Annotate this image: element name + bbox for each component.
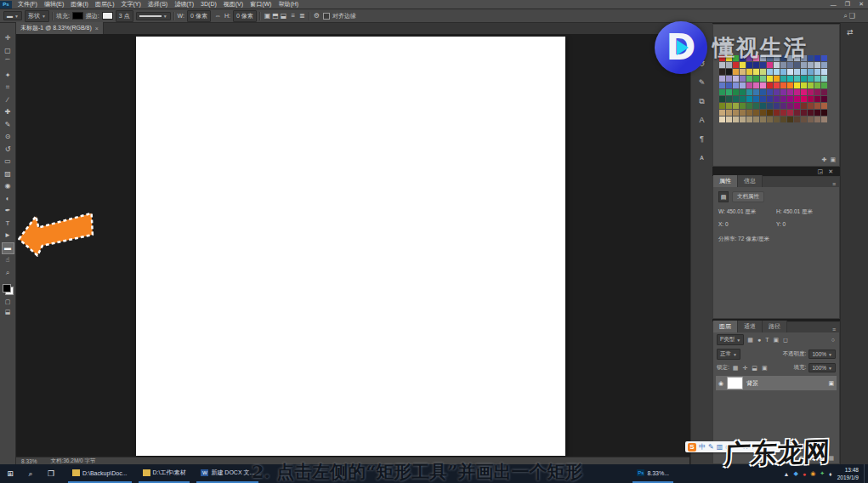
color-swatch[interactable] <box>746 76 752 82</box>
color-swatch[interactable] <box>780 96 786 102</box>
stroke-swatch[interactable] <box>102 12 113 20</box>
color-swatch[interactable] <box>787 103 793 109</box>
menu-item[interactable]: 窗口(W) <box>247 1 275 7</box>
pen-tool[interactable]: ✒ <box>2 205 14 217</box>
menu-item[interactable]: 3D(D) <box>197 1 220 7</box>
tray-icon[interactable]: ✦ <box>820 470 825 477</box>
height-field[interactable]: 0 像素 <box>233 10 257 22</box>
color-swatch[interactable] <box>808 110 814 116</box>
color-swatch[interactable] <box>794 96 800 102</box>
stroke-style-dropdown[interactable]: ▼ <box>136 12 171 20</box>
color-swatch[interactable] <box>740 89 746 95</box>
zoom-tool[interactable]: ⌕ <box>2 267 14 279</box>
eraser-tool[interactable]: ▭ <box>2 156 14 168</box>
color-swatch[interactable] <box>808 103 814 109</box>
close-button[interactable]: ✕ <box>854 1 868 8</box>
color-swatch[interactable] <box>821 89 827 95</box>
quick-selection-tool[interactable]: ✦ <box>2 70 14 82</box>
color-swatch[interactable] <box>808 55 814 61</box>
align-edges-checkbox[interactable] <box>323 13 330 20</box>
color-swatch[interactable] <box>808 89 814 95</box>
opacity-field[interactable]: 100%▼ <box>808 349 836 359</box>
ime-toolbar-icon[interactable]: ✎ <box>708 441 714 452</box>
color-swatch[interactable] <box>767 96 773 102</box>
color-swatch[interactable] <box>821 76 827 82</box>
color-swatch[interactable] <box>774 82 780 88</box>
color-swatch[interactable] <box>801 116 807 122</box>
color-swatch[interactable] <box>753 96 759 102</box>
color-swatch[interactable] <box>746 82 752 88</box>
layer-filter-dropdown[interactable]: P类型▼ <box>717 334 744 345</box>
color-swatch[interactable] <box>821 116 827 122</box>
color-swatch[interactable] <box>801 110 807 116</box>
layers-tab[interactable]: 通道 <box>738 321 763 332</box>
color-swatch[interactable] <box>808 76 814 82</box>
color-swatch[interactable] <box>794 116 800 122</box>
color-swatch[interactable] <box>801 82 807 88</box>
color-swatch[interactable] <box>814 69 820 75</box>
lock-icon[interactable]: ⬓ <box>751 365 758 372</box>
layer-filter-icon[interactable]: T <box>764 337 769 343</box>
color-swatch[interactable] <box>753 103 759 109</box>
tool-preset-dropdown[interactable]: ▬ ▼ <box>3 11 22 20</box>
color-swatch[interactable] <box>740 96 746 102</box>
start-button[interactable]: ⊞ <box>0 469 20 478</box>
color-swatch[interactable] <box>753 110 759 116</box>
color-swatch[interactable] <box>719 89 725 95</box>
color-swatch[interactable] <box>801 96 807 102</box>
tray-icon[interactable]: ● <box>803 471 806 477</box>
gradient-tool[interactable]: ▨ <box>2 168 14 180</box>
path-align-icon[interactable]: ≡ <box>290 12 296 20</box>
workspace-icon[interactable]: ⌕ <box>842 12 848 20</box>
layer-row-background[interactable]: ◉ 背景 ▣ <box>716 376 837 390</box>
color-swatch[interactable] <box>726 103 732 109</box>
menu-item[interactable]: 帮助(H) <box>275 1 302 7</box>
menu-item[interactable]: 滤镜(T) <box>171 1 197 7</box>
color-swatch[interactable] <box>733 110 739 116</box>
color-swatch[interactable] <box>733 116 739 122</box>
fill-swatch[interactable] <box>72 12 83 20</box>
color-swatch[interactable] <box>814 110 820 116</box>
document-canvas[interactable] <box>136 37 565 456</box>
color-swatch[interactable] <box>801 76 807 82</box>
path-operation-icon[interactable]: ⬓ <box>280 12 288 20</box>
color-swatch[interactable] <box>746 89 752 95</box>
menu-item[interactable]: 图层(L) <box>92 1 118 7</box>
lock-icon[interactable]: ▣ <box>761 365 769 372</box>
color-swatch[interactable] <box>733 76 739 82</box>
color-swatch[interactable] <box>787 110 793 116</box>
color-swatch[interactable] <box>740 76 746 82</box>
foreground-background-colors[interactable] <box>3 284 14 295</box>
screen-mode-icon[interactable]: ⬓ <box>5 309 11 315</box>
workspace-icon[interactable]: ❑ <box>848 12 856 20</box>
zoom-level[interactable]: 8.33% <box>21 458 37 464</box>
hand-tool[interactable]: ☝ <box>2 254 14 266</box>
color-swatch[interactable] <box>814 62 820 68</box>
color-swatch[interactable] <box>787 76 793 82</box>
color-swatch[interactable] <box>780 89 786 95</box>
color-swatch[interactable] <box>719 110 725 116</box>
color-swatch[interactable] <box>814 55 820 61</box>
color-swatch[interactable] <box>733 103 739 109</box>
tool-mode-dropdown[interactable]: 形状▼ <box>25 10 49 22</box>
color-swatch[interactable] <box>767 116 773 122</box>
task-view-icon[interactable]: ❐ <box>41 469 61 478</box>
color-swatch[interactable] <box>760 89 766 95</box>
color-swatch[interactable] <box>726 110 732 116</box>
color-swatch[interactable] <box>726 89 732 95</box>
color-swatch[interactable] <box>821 110 827 116</box>
color-swatch[interactable] <box>740 110 746 116</box>
menu-item[interactable]: 选择(S) <box>145 1 171 7</box>
link-dimensions-icon[interactable]: ⇔ <box>213 12 222 20</box>
restore-button[interactable]: ❐ <box>841 1 854 8</box>
color-swatch[interactable] <box>780 110 786 116</box>
color-swatch[interactable] <box>787 116 793 122</box>
path-operation-icon[interactable]: ⬒ <box>271 12 280 20</box>
rectangle-tool[interactable]: ▬ <box>2 242 14 254</box>
color-swatch[interactable] <box>774 116 780 122</box>
quick-mask-icon[interactable]: ▢ <box>5 298 11 305</box>
color-swatch[interactable] <box>774 96 780 102</box>
character-styles-panel-icon[interactable]: ᴀ <box>695 152 709 163</box>
document-tab[interactable]: 未标题-1 @ 8.33%(RGB/8) × <box>16 22 104 34</box>
blur-tool[interactable]: ◉ <box>2 180 14 192</box>
